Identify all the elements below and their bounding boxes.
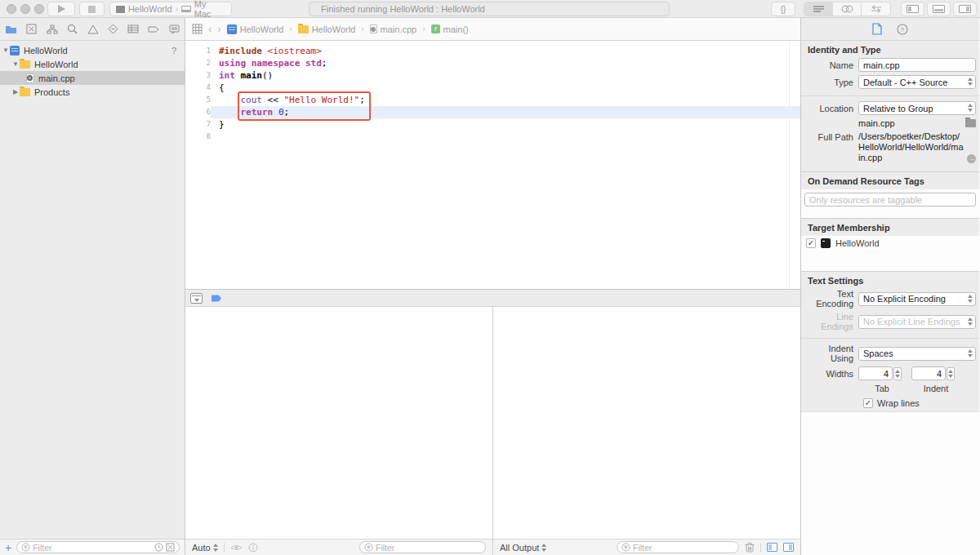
variables-scope-dropdown[interactable]: Auto <box>192 543 218 553</box>
disclosure-triangle-icon[interactable]: ▼ <box>2 47 10 54</box>
toggle-inspector-button[interactable] <box>953 2 977 16</box>
name-input[interactable] <box>863 60 971 70</box>
wrap-lines-row[interactable]: ✓ Wrap lines <box>863 398 976 408</box>
issue-navigator-tab[interactable] <box>87 22 99 37</box>
target-membership-header: Target Membership <box>801 218 979 236</box>
tab-width-stepper[interactable] <box>893 367 902 380</box>
zoom-button[interactable] <box>34 4 44 14</box>
inspector-panel: ? Identity and Type Name Type Default - … <box>801 18 979 555</box>
line-number[interactable]: 4 <box>185 82 211 94</box>
name-label: Name <box>804 60 858 70</box>
line-number[interactable]: 7 <box>185 118 211 131</box>
toggle-debug-area-button[interactable] <box>927 2 951 16</box>
close-button[interactable] <box>7 4 16 14</box>
console-scope-dropdown[interactable]: All Output <box>500 543 546 553</box>
console-filter-input[interactable] <box>633 543 734 553</box>
breadcrumb-file[interactable]: main.cpp <box>370 24 417 34</box>
hide-debug-area-button[interactable] <box>190 293 203 304</box>
test-navigator-tab[interactable] <box>108 22 119 37</box>
variables-filter-input[interactable] <box>376 543 481 553</box>
breakpoint-navigator-tab[interactable] <box>148 22 159 37</box>
dropdown-arrows-icon <box>541 544 546 552</box>
debug-area-toolbar <box>185 289 800 307</box>
line-number[interactable]: 6 <box>185 106 211 118</box>
forward-button[interactable]: › <box>217 23 220 35</box>
dropdown-arrows-icon <box>968 317 973 326</box>
scheme-selector[interactable]: HelloWorld › My Mac <box>109 2 232 16</box>
file-inspector-tab-icon[interactable] <box>872 23 882 35</box>
version-editor-button[interactable] <box>862 2 890 16</box>
odr-section-header: On Demand Resource Tags <box>801 171 979 189</box>
report-navigator-tab[interactable] <box>168 22 180 37</box>
filter-icon <box>621 543 630 552</box>
project-navigator-tab[interactable] <box>5 22 17 37</box>
target-checkbox[interactable]: ✓ <box>806 238 816 248</box>
my-mac-icon <box>181 6 191 12</box>
indent-using-select[interactable]: Spaces <box>858 347 976 361</box>
console-output[interactable] <box>493 307 800 539</box>
variables-filter-field[interactable] <box>359 541 486 553</box>
minimize-button[interactable] <box>20 4 30 14</box>
line-number[interactable]: 1 <box>185 45 211 57</box>
toggle-navigator-button[interactable] <box>901 2 924 16</box>
quicklook-eye-icon[interactable] <box>230 544 243 552</box>
source-control-navigator-tab[interactable] <box>26 22 38 37</box>
indent-width-input[interactable] <box>912 367 945 380</box>
disclosure-triangle-icon[interactable]: ▼ <box>11 60 20 68</box>
run-button[interactable] <box>47 2 75 16</box>
location-select[interactable]: Relative to Group <box>858 101 976 115</box>
breadcrumb-project[interactable]: HelloWorld <box>227 24 284 34</box>
line-endings-select[interactable]: No Explicit Line Endings <box>858 315 976 329</box>
tree-row-products[interactable]: ▶ Products <box>0 85 185 99</box>
wrap-lines-checkbox[interactable]: ✓ <box>863 398 873 408</box>
disclosure-triangle-icon[interactable]: ▶ <box>11 88 20 95</box>
info-icon[interactable] <box>248 543 258 553</box>
odr-tags-input[interactable] <box>809 195 971 205</box>
line-number[interactable]: 5 <box>185 94 211 106</box>
breadcrumb-group[interactable]: HelloWorld <box>298 24 356 34</box>
line-number[interactable]: 3 <box>185 69 211 82</box>
source-editor[interactable]: 1#include <iostream>2using namespace std… <box>185 41 800 289</box>
source-control-filter-icon[interactable] <box>166 543 175 552</box>
add-button[interactable]: + <box>5 542 11 553</box>
divider <box>801 95 979 96</box>
filter-icon <box>21 543 30 552</box>
console-filter-field[interactable] <box>617 541 739 553</box>
standard-editor-button[interactable] <box>804 2 833 16</box>
toolbar: HelloWorld › My Mac Finished running Hel… <box>0 0 980 18</box>
breakpoints-toggle-icon[interactable] <box>211 294 222 303</box>
back-button[interactable]: ‹ <box>208 23 212 35</box>
tree-row-project[interactable]: ▼ HelloWorld ? <box>0 43 185 57</box>
toggle-console-view-button[interactable] <box>783 543 794 552</box>
tab-width-input[interactable] <box>859 367 892 380</box>
line-number[interactable]: 2 <box>185 57 211 69</box>
trash-icon[interactable] <box>745 542 755 553</box>
debug-navigator-tab[interactable] <box>127 22 139 37</box>
quick-help-tab-icon[interactable]: ? <box>897 24 908 35</box>
navigator-filter-input[interactable] <box>33 543 152 553</box>
text-encoding-select[interactable]: No Explicit Encoding <box>858 292 976 306</box>
line-number[interactable]: 8 <box>185 131 211 143</box>
location-value: Relative to Group <box>863 104 933 113</box>
navigator-filter-field[interactable] <box>16 541 180 553</box>
library-button[interactable]: {} <box>771 2 795 16</box>
find-navigator-tab[interactable] <box>67 22 78 37</box>
type-select[interactable]: Default - C++ Source <box>858 75 976 89</box>
widths-row: Widths <box>804 366 976 380</box>
breadcrumb-symbol[interactable]: f main() <box>431 24 469 34</box>
indent-width-stepper[interactable] <box>947 367 955 380</box>
recent-files-clock-icon[interactable] <box>154 543 163 552</box>
variables-view-content[interactable] <box>185 307 492 539</box>
symbol-navigator-tab[interactable] <box>47 22 58 37</box>
stop-button[interactable] <box>79 2 105 16</box>
tree-row-maincpp-selected[interactable]: main.cpp <box>0 71 185 85</box>
scrollbar-track[interactable] <box>789 41 790 289</box>
target-row[interactable]: ✓ HelloWorld <box>806 238 974 248</box>
tree-row-group[interactable]: ▼ HelloWorld <box>0 57 185 71</box>
related-items-icon[interactable] <box>192 24 203 34</box>
assistant-editor-button[interactable] <box>833 2 862 16</box>
reveal-arrow-icon[interactable]: → <box>967 154 976 163</box>
breadcrumb-label: HelloWorld <box>240 24 284 34</box>
toggle-variables-view-button[interactable] <box>767 543 777 552</box>
choose-folder-icon[interactable] <box>965 119 976 127</box>
